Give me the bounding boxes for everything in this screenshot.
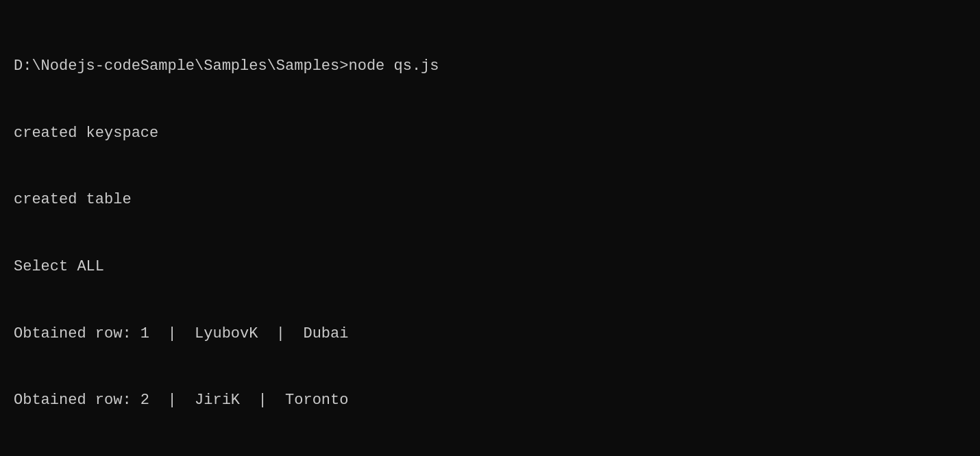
terminal-window: D:\Nodejs-codeSample\Samples\Samples>nod… (0, 0, 980, 456)
terminal-line-2: created keyspace (14, 123, 966, 145)
terminal-line-4: Select ALL (14, 256, 966, 279)
terminal-line-6: Obtained row: 2 | JiriK | Toronto (14, 390, 966, 412)
terminal-line-5: Obtained row: 1 | LyubovK | Dubai (14, 323, 966, 346)
terminal-line-1: D:\Nodejs-codeSample\Samples\Samples>nod… (14, 55, 966, 78)
terminal-line-3: created table (14, 189, 966, 212)
